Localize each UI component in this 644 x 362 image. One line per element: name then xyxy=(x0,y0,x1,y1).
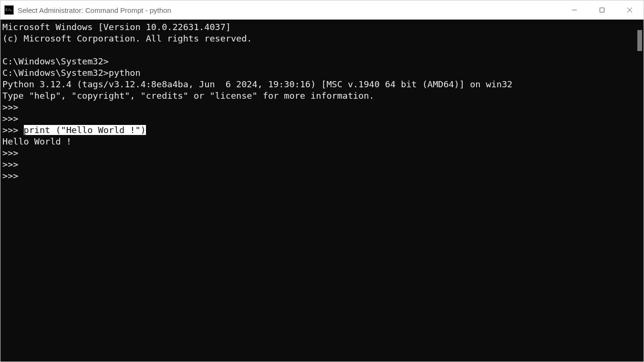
minimize-button[interactable] xyxy=(561,0,588,20)
terminal-line: (c) Microsoft Corporation. All rights re… xyxy=(2,33,634,44)
terminal-line: C:\Windows\System32> xyxy=(2,56,634,67)
window-controls xyxy=(561,0,644,20)
titlebar[interactable]: C:\. Select Administrator: Command Promp… xyxy=(0,0,644,20)
terminal-line: >>> xyxy=(2,159,634,170)
terminal-line: Hello World ! xyxy=(2,136,634,147)
scrollbar[interactable] xyxy=(634,20,644,362)
terminal-line: >>> xyxy=(2,170,634,182)
close-icon xyxy=(627,7,633,13)
close-button[interactable] xyxy=(616,0,644,20)
terminal-line xyxy=(2,44,634,56)
terminal-line: >>> xyxy=(2,113,634,124)
command-prompt-window: C:\. Select Administrator: Command Promp… xyxy=(0,0,644,362)
selected-text: print ("Hello World !") xyxy=(24,125,146,135)
terminal-line: >>> print ("Hello World !") xyxy=(2,124,634,136)
terminal-line: >>> xyxy=(2,147,634,159)
svg-rect-1 xyxy=(600,8,604,12)
maximize-icon xyxy=(599,7,605,13)
terminal-container: Microsoft Windows [Version 10.0.22631.40… xyxy=(0,20,644,362)
terminal-line: >>> xyxy=(2,102,634,113)
terminal-line: Microsoft Windows [Version 10.0.22631.40… xyxy=(2,21,634,33)
terminal-line: Type "help", "copyright", "credits" or "… xyxy=(2,90,634,102)
minimize-icon xyxy=(571,7,577,13)
scroll-thumb[interactable] xyxy=(637,30,642,51)
maximize-button[interactable] xyxy=(588,0,616,20)
terminal-line: Python 3.12.4 (tags/v3.12.4:8e8a4ba, Jun… xyxy=(2,79,634,90)
terminal-output[interactable]: Microsoft Windows [Version 10.0.22631.40… xyxy=(0,20,634,362)
terminal-line: C:\Windows\System32>python xyxy=(2,67,634,79)
window-title: Select Administrator: Command Prompt - p… xyxy=(18,6,561,14)
cmd-icon: C:\. xyxy=(4,5,14,15)
